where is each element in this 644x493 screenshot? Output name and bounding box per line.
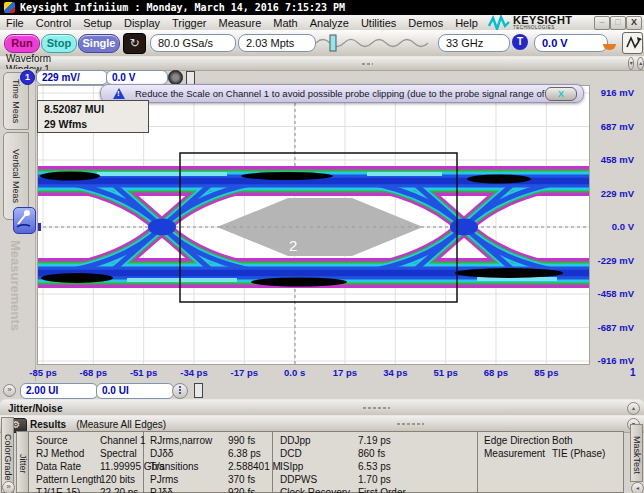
results-column: DDJpp7.19 psDCD860 fsISIpp6.53 psDDPWS1.… xyxy=(280,434,406,493)
menu-item-analyze[interactable]: Analyze xyxy=(304,17,355,29)
expand-left-button[interactable]: » xyxy=(3,384,16,397)
warning-close-button[interactable]: X xyxy=(545,87,577,101)
menu-item-file[interactable]: File xyxy=(0,17,30,29)
result-value: 22.20 ps xyxy=(100,486,138,493)
jitter-grip[interactable] xyxy=(362,406,390,410)
result-label: Clock Recovery xyxy=(280,486,358,493)
result-label: Data Rate xyxy=(36,460,100,473)
result-row: Clock RecoveryFirst Order xyxy=(280,486,406,493)
close-button[interactable]: X xyxy=(626,16,642,30)
menu-item-utilities[interactable]: Utilities xyxy=(355,17,402,29)
result-label: DDPWS xyxy=(280,473,358,486)
timebase-slider[interactable] xyxy=(316,34,432,52)
y-axis-label: 0.0 V xyxy=(560,221,634,233)
result-value: TIE (Phase) xyxy=(552,447,605,460)
x-axis-label: -51 ps xyxy=(130,367,157,378)
x-axis-label: 34 ps xyxy=(383,367,407,378)
trigger-icon[interactable]: T xyxy=(512,34,528,50)
result-label: DJδδ xyxy=(150,447,228,460)
results-column: RJrms,narrow990 fsDJδδ6.38 psTransitions… xyxy=(150,434,281,493)
result-value: Spectral xyxy=(100,447,137,460)
result-row: RJ MethodSpectral xyxy=(36,447,165,460)
clear-display-button[interactable]: ↻ xyxy=(123,33,146,54)
result-label: Measurement xyxy=(484,447,552,460)
channel-offset-field[interactable]: 0.0 V xyxy=(106,70,168,85)
keysight-spark-icon xyxy=(488,15,510,31)
toolbar: Run Stop Single ↻ 80.0 GSa/s 2.03 Mpts 3… xyxy=(0,30,644,57)
result-value: 1.70 ps xyxy=(358,473,391,486)
probe-setup-icon[interactable] xyxy=(168,70,183,85)
menu-item-setup[interactable]: Setup xyxy=(77,17,118,29)
mui-count: 8.52087 MUI xyxy=(44,102,142,117)
expand-results-left-button[interactable]: » xyxy=(2,481,15,493)
minimize-button[interactable]: – xyxy=(594,16,610,30)
x-axis-label: -17 ps xyxy=(231,367,258,378)
oscilloscope-app: Keysight Infiniium : Monday, March 14, 2… xyxy=(0,0,644,493)
channel-1-badge[interactable]: 1 xyxy=(20,70,35,85)
result-row: ISIpp6.53 ps xyxy=(280,460,406,473)
single-button[interactable]: Single xyxy=(78,34,120,53)
x-axis-label: 51 ps xyxy=(433,367,457,378)
trigger-level-field[interactable]: 0.0 V xyxy=(534,34,608,52)
restore-button[interactable]: □ xyxy=(610,16,626,30)
results-subtitle: (Measure All Edges) xyxy=(76,419,166,430)
sidebar-watermark: Measurements xyxy=(8,240,23,370)
result-label: RJrms,narrow xyxy=(150,434,228,447)
results-column: SourceChannel 1RJ MethodSpectralData Rat… xyxy=(36,434,165,493)
app-icon xyxy=(4,2,15,13)
h-position-field[interactable]: 0.0 UI xyxy=(96,383,174,399)
result-value: 6.53 ps xyxy=(358,460,391,473)
result-label: Pattern Length xyxy=(36,473,100,486)
title-bar-text: Keysight Infiniium : Monday, March 14, 2… xyxy=(20,2,345,13)
result-value: 120 bits xyxy=(100,473,135,486)
result-row: Transitions2.588401 M xyxy=(150,460,281,473)
memory-depth-field[interactable]: 2.03 Mpts xyxy=(238,34,316,52)
channel-menu-icon[interactable] xyxy=(186,71,195,85)
menu-item-help[interactable]: Help xyxy=(449,17,484,29)
title-bar: Keysight Infiniium : Monday, March 14, 2… xyxy=(0,0,644,15)
horizontal-scale-row: » 2.00 UI 0.0 UI xyxy=(0,381,644,399)
menu-item-math[interactable]: Math xyxy=(267,17,303,29)
stop-button[interactable]: Stop xyxy=(41,34,77,53)
bandwidth-field[interactable]: 33 GHz xyxy=(438,34,510,52)
menu-item-demos[interactable]: Demos xyxy=(402,17,449,29)
probe-touch-marker-icon[interactable] xyxy=(13,207,36,234)
waveform-edit-icon[interactable] xyxy=(622,32,643,54)
results-grip[interactable] xyxy=(396,422,424,426)
result-value: First Order xyxy=(358,486,406,493)
y-axis-label: 458 mV xyxy=(560,154,634,166)
x-axis-labels: -85 ps-68 ps-51 ps-34 ps-17 ps0.0 s17 ps… xyxy=(37,366,597,380)
result-value: Channel 1 xyxy=(100,434,146,447)
acquisition-info-box: 8.52087 MUI 29 Wfms xyxy=(37,100,149,133)
channel-scale-field[interactable]: 229 mV/ xyxy=(36,70,108,85)
result-value: Both xyxy=(552,434,573,447)
menu-item-trigger[interactable]: Trigger xyxy=(166,17,212,29)
window-expand-button[interactable]: ▴ xyxy=(637,57,644,70)
x-axis-label: 85 ps xyxy=(534,367,558,378)
result-value: 990 fs xyxy=(228,434,255,447)
result-value: 7.19 ps xyxy=(358,434,391,447)
expand-results-right-button[interactable]: ◂ xyxy=(631,482,644,493)
h-menu-icon[interactable] xyxy=(194,383,203,398)
sample-rate-field[interactable]: 80.0 GSa/s xyxy=(150,34,236,52)
probe-status-icon xyxy=(603,44,616,50)
axis-channel-marker: 1 xyxy=(630,367,636,378)
window-collapse-button[interactable]: ▾ xyxy=(628,57,635,70)
result-row: SourceChannel 1 xyxy=(36,434,165,447)
result-label: RJ Method xyxy=(36,447,100,460)
menu-item-display[interactable]: Display xyxy=(118,17,166,29)
result-row: DDPWS1.70 ps xyxy=(280,473,406,486)
window-grip[interactable] xyxy=(361,62,373,66)
tab-masktest[interactable]: MaskTest xyxy=(630,424,643,482)
h-reference-icon[interactable] xyxy=(172,383,188,399)
menu-item-measure[interactable]: Measure xyxy=(212,17,267,29)
run-button[interactable]: Run xyxy=(4,34,40,53)
h-range-field[interactable]: 2.00 UI xyxy=(20,383,98,399)
y-axis-label: -687 mV xyxy=(560,322,634,334)
slider-handle[interactable] xyxy=(330,35,336,51)
menu-item-control[interactable]: Control xyxy=(30,17,77,29)
keysight-logo: KEYSIGHT TECHNOLOGIES xyxy=(488,16,572,30)
jitter-collapse-button[interactable]: ▴ xyxy=(627,402,640,415)
y-axis-label: 687 mV xyxy=(560,121,634,133)
result-label: Source xyxy=(36,434,100,447)
